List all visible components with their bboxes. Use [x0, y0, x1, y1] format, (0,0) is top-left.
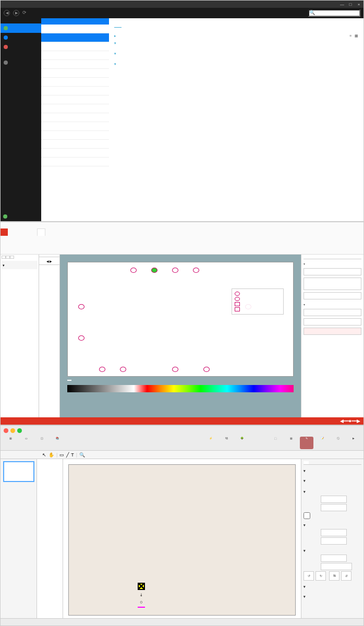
sidebar-item[interactable]: [41, 87, 109, 95]
canvas[interactable]: ⫰ ○: [63, 459, 301, 618]
lib-tab-solutions[interactable]: [2, 256, 6, 259]
category-nav: [41, 18, 109, 221]
tb-grid[interactable]: ▦: [284, 437, 298, 449]
prop-tab-text[interactable]: [314, 461, 319, 464]
tb-smart[interactable]: ⚡: [204, 437, 217, 449]
status-bar: [1, 618, 363, 625]
tab-view[interactable]: [30, 228, 37, 236]
lock-proportions-checkbox[interactable]: [304, 512, 310, 519]
nav-solutions[interactable]: [1, 23, 41, 33]
back-icon[interactable]: ◀: [4, 10, 10, 16]
text-tool-icon[interactable]: T: [71, 452, 74, 458]
libraries-toggle[interactable]: [114, 62, 358, 66]
close-icon[interactable]: [4, 428, 8, 433]
info-title: [304, 257, 361, 259]
sidebar-item[interactable]: [41, 158, 109, 166]
lib-tab-pages[interactable]: [6, 256, 10, 259]
tb-layers[interactable]: ◫: [35, 437, 48, 449]
color-palette[interactable]: [67, 385, 294, 392]
templates-toggle[interactable]: [114, 52, 358, 56]
dev-id-input[interactable]: [304, 309, 361, 316]
lib-tab-layers[interactable]: [10, 256, 14, 259]
prop-tab-format[interactable]: [309, 461, 314, 464]
nav-installed[interactable]: [1, 42, 41, 52]
status-bar: ◀━━●━━▶: [1, 417, 363, 425]
hand-tool-icon[interactable]: ✋: [48, 452, 54, 458]
sidebar-item[interactable]: [41, 60, 109, 69]
sidebar-item[interactable]: [41, 131, 109, 140]
nav-updates[interactable]: [1, 33, 41, 42]
refresh-icon[interactable]: ⟳: [22, 10, 29, 16]
tb-hypernote[interactable]: 📝: [316, 437, 329, 449]
maximize-icon[interactable]: [17, 428, 22, 433]
page-thumbnail[interactable]: [3, 461, 34, 482]
view-toggle[interactable]: ≡ ▦: [349, 33, 358, 38]
forward-icon[interactable]: ▶: [13, 10, 19, 16]
dev-layer-input[interactable]: [304, 328, 361, 335]
tb-present[interactable]: ▶: [347, 437, 360, 449]
sidebar-item[interactable]: [41, 78, 109, 87]
width-input[interactable]: [321, 496, 347, 503]
x-input[interactable]: [321, 529, 347, 536]
user-label[interactable]: [1, 212, 41, 221]
sidebar-item[interactable]: [41, 69, 109, 78]
dev-sub-input[interactable]: [304, 318, 361, 326]
nav-about[interactable]: [1, 58, 41, 67]
tb-chain[interactable]: ⛓: [220, 437, 233, 449]
sidebar-item[interactable]: [41, 51, 109, 60]
sidebar-item[interactable]: [41, 140, 109, 149]
nav-preferences[interactable]: [1, 67, 41, 73]
floor-plan: [67, 262, 294, 377]
tb-snap[interactable]: ⬚: [269, 437, 282, 449]
shape-tool-icon[interactable]: ▭: [59, 452, 64, 458]
search-input[interactable]: [308, 9, 360, 17]
cursor-tool-icon[interactable]: ↖: [42, 452, 46, 458]
tb-solutions[interactable]: ▦: [4, 437, 17, 449]
tab-document[interactable]: [22, 228, 30, 236]
height-input[interactable]: [321, 504, 347, 511]
line-tool-icon[interactable]: ╱: [66, 452, 69, 458]
sidebar-item[interactable]: [41, 149, 109, 158]
angle-input[interactable]: [321, 555, 347, 562]
rotate-right-button[interactable]: ↻: [316, 571, 326, 581]
minimize-icon[interactable]: [10, 428, 15, 433]
sidebar-item[interactable]: [41, 25, 109, 33]
flip-h-button[interactable]: ⇋: [329, 571, 339, 581]
canvas-legend: ⫰ ○: [137, 582, 149, 609]
y-input[interactable]: [321, 537, 347, 545]
tb-format[interactable]: ✎: [300, 437, 313, 449]
meta-name-input[interactable]: [304, 268, 361, 275]
pin-input[interactable]: [321, 563, 352, 570]
solution-info-toggle[interactable]: [114, 34, 349, 38]
prop-tab-arrange[interactable]: [304, 461, 309, 464]
tab-share[interactable]: [37, 228, 45, 236]
meta-desc-input[interactable]: [304, 278, 361, 290]
canvas[interactable]: [60, 255, 301, 417]
tb-library[interactable]: 📚: [51, 437, 64, 449]
samples-toggle[interactable]: [114, 41, 358, 45]
tab-shape[interactable]: [15, 228, 22, 236]
tb-pages[interactable]: ▭: [19, 437, 33, 449]
minimize-icon[interactable]: —: [339, 1, 345, 6]
category-header[interactable]: [41, 18, 109, 25]
sidebar-item[interactable]: [41, 122, 109, 131]
zoom-tool-icon[interactable]: 🔍: [79, 452, 85, 458]
maximize-icon[interactable]: □: [348, 1, 353, 6]
tb-info[interactable]: ⓘ: [331, 437, 345, 449]
sidebar-item[interactable]: [41, 33, 109, 42]
sidebar-item[interactable]: [41, 113, 109, 122]
doc-tab[interactable]: [67, 380, 71, 381]
flip-v-button[interactable]: ⇵: [341, 571, 351, 581]
sidebar-item[interactable]: [41, 42, 109, 51]
outline-panel: ◀ ▶: [39, 255, 60, 417]
rotate-left-button[interactable]: ↺: [304, 571, 314, 581]
meta-keywords-input[interactable]: [304, 292, 361, 299]
sidebar-item[interactable]: [41, 95, 109, 104]
sidebar-item[interactable]: [41, 104, 109, 113]
tab-file[interactable]: [1, 228, 8, 236]
nav-apps[interactable]: [1, 18, 41, 23]
ceiling-plan: ⫰ ○: [68, 464, 296, 616]
close-icon[interactable]: ×: [356, 1, 361, 6]
tab-home[interactable]: [8, 228, 15, 236]
tb-tree[interactable]: 🌳: [235, 437, 249, 449]
